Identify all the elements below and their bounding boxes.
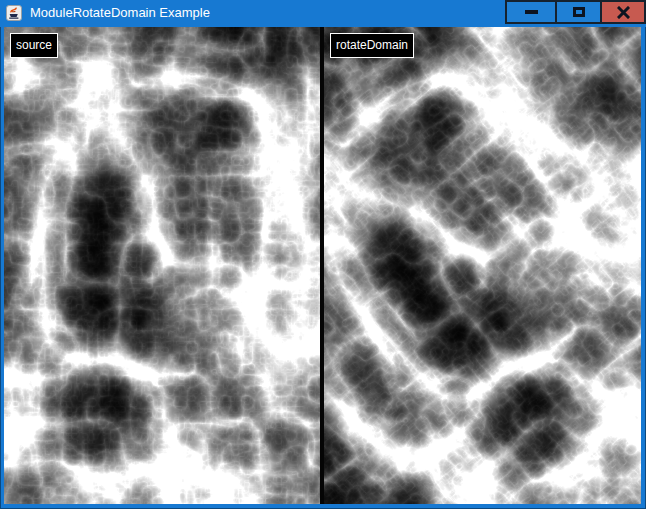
maximize-button[interactable] [555, 0, 602, 24]
rotate-domain-panel: rotateDomain [324, 27, 641, 504]
content-area: source rotateDomain [4, 27, 641, 504]
close-icon [617, 6, 630, 19]
rotate-domain-noise-image [324, 27, 641, 504]
maximize-icon [573, 7, 585, 17]
titlebar[interactable]: ModuleRotateDomain Example [0, 0, 646, 27]
rotate-domain-label: rotateDomain [330, 33, 414, 58]
minimize-icon [525, 10, 538, 14]
source-panel: source [4, 27, 320, 504]
source-label: source [10, 33, 58, 58]
close-button[interactable] [600, 0, 646, 24]
source-noise-image [4, 27, 320, 504]
window-controls [505, 0, 646, 24]
window-title: ModuleRotateDomain Example [30, 0, 210, 27]
minimize-button[interactable] [505, 0, 557, 24]
java-app-icon[interactable] [6, 5, 22, 21]
app-window: ModuleRotateDomain Example source rotate… [0, 0, 646, 509]
